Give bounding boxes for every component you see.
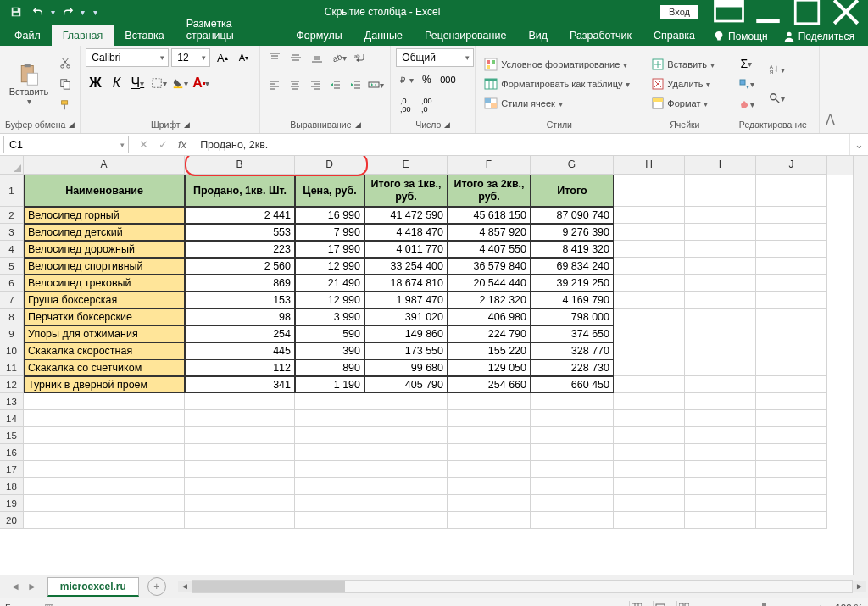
empty-cell[interactable] [531, 427, 614, 444]
row-header[interactable]: 7 [0, 292, 24, 309]
table-header[interactable]: Итого за 1кв., руб. [364, 175, 448, 207]
empty-cell[interactable] [756, 376, 827, 393]
merge-icon[interactable]: ▾ [367, 75, 385, 94]
number-format-combo[interactable]: Общий [396, 48, 474, 67]
tab-insert[interactable]: Вставка [114, 25, 175, 46]
cut-icon[interactable] [56, 53, 75, 72]
italic-button[interactable]: К [107, 74, 125, 92]
bold-button[interactable]: Ж [86, 74, 104, 92]
formula-input[interactable]: Продано, 2кв. [193, 139, 849, 151]
row-header[interactable]: 14 [0, 410, 24, 427]
cell-name[interactable]: Велосипед трековый [24, 275, 185, 292]
view-page-layout-icon[interactable] [653, 601, 668, 607]
view-normal-icon[interactable] [629, 601, 644, 607]
cell-name[interactable]: Скакалка со счетчиком [24, 359, 185, 376]
empty-cell[interactable] [756, 207, 827, 224]
empty-cell[interactable] [531, 461, 614, 478]
borders-icon[interactable]: ▾ [149, 74, 168, 92]
share-button[interactable]: Поделиться [776, 27, 861, 46]
empty-cell[interactable] [685, 359, 756, 376]
empty-cell[interactable] [756, 292, 827, 309]
empty-cell[interactable] [185, 461, 295, 478]
empty-cell[interactable] [448, 444, 531, 461]
empty-cell[interactable] [756, 241, 827, 258]
decrease-font-icon[interactable]: A▾ [234, 48, 253, 67]
empty-cell[interactable] [756, 342, 827, 359]
delete-cells-button[interactable]: Удалить▾ [648, 75, 718, 93]
vertical-scrollbar[interactable] [853, 156, 868, 575]
cell-value[interactable]: 99 680 [364, 359, 448, 376]
tab-review[interactable]: Рецензирование [414, 25, 518, 46]
row-header[interactable]: 17 [0, 461, 24, 478]
cancel-formula-icon[interactable]: ✕ [139, 138, 148, 151]
empty-cell[interactable] [448, 478, 531, 495]
empty-cell[interactable] [756, 309, 827, 325]
empty-cell[interactable] [295, 495, 364, 512]
col-header-H[interactable]: H [614, 156, 685, 175]
col-header-I[interactable]: I [685, 156, 756, 175]
cell-value[interactable]: 8 419 320 [531, 241, 614, 258]
cell-value[interactable]: 228 730 [531, 359, 614, 376]
cell-value[interactable]: 869 [185, 275, 295, 292]
minimize-icon[interactable] [749, 0, 787, 24]
qat-customize[interactable]: ▾ [93, 8, 97, 17]
cell-value[interactable]: 553 [185, 224, 295, 241]
empty-cell[interactable] [531, 444, 614, 461]
add-sheet-icon[interactable]: + [147, 577, 166, 596]
empty-cell[interactable] [614, 342, 685, 359]
row-header[interactable]: 9 [0, 325, 24, 342]
empty-cell[interactable] [614, 410, 685, 427]
empty-cell[interactable] [295, 461, 364, 478]
cell-value[interactable]: 390 [295, 342, 364, 359]
cell-name[interactable]: Турник в дверной проем [24, 376, 185, 393]
empty-cell[interactable] [364, 495, 448, 512]
row-header[interactable]: 5 [0, 258, 24, 275]
cell-value[interactable]: 374 650 [531, 325, 614, 342]
cell-value[interactable]: 9 276 390 [531, 224, 614, 241]
undo-icon[interactable] [29, 3, 47, 21]
empty-cell[interactable] [24, 410, 185, 427]
empty-cell[interactable] [24, 427, 185, 444]
table-header[interactable]: Итого за 2кв., руб. [448, 175, 531, 207]
cell-value[interactable]: 41 472 590 [364, 207, 448, 224]
view-page-break-icon[interactable] [676, 601, 692, 607]
empty-cell[interactable] [614, 393, 685, 410]
align-center-icon[interactable] [286, 75, 303, 94]
cell-value[interactable]: 890 [295, 359, 364, 376]
empty-cell[interactable] [448, 427, 531, 444]
empty-cell[interactable] [614, 175, 685, 207]
empty-cell[interactable] [614, 478, 685, 495]
empty-cell[interactable] [614, 241, 685, 258]
cell-value[interactable]: 4 169 790 [531, 292, 614, 309]
table-header[interactable]: Наименование [24, 175, 185, 207]
empty-cell[interactable] [756, 427, 827, 444]
cell-value[interactable]: 2 441 [185, 207, 295, 224]
zoom-level[interactable]: 100 % [835, 603, 863, 607]
format-table-button[interactable]: Форматировать как таблицу▾ [481, 75, 633, 93]
cell-value[interactable]: 12 990 [295, 258, 364, 275]
row-header[interactable]: 13 [0, 393, 24, 410]
font-color-icon[interactable]: A▾ [192, 74, 210, 92]
cell-value[interactable]: 391 020 [364, 309, 448, 325]
cell-value[interactable]: 660 450 [531, 376, 614, 393]
empty-cell[interactable] [185, 410, 295, 427]
currency-icon[interactable]: ₽▾ [396, 70, 415, 89]
col-header-B[interactable]: B [185, 156, 295, 175]
ribbon-display-icon[interactable] [710, 0, 748, 24]
increase-indent-icon[interactable] [347, 75, 364, 94]
align-right-icon[interactable] [306, 75, 324, 94]
row-header[interactable]: 12 [0, 376, 24, 393]
decrease-decimal-icon[interactable]: ,00,0 [417, 96, 436, 114]
empty-cell[interactable] [614, 376, 685, 393]
cell-value[interactable]: 3 990 [295, 309, 364, 325]
cell-name[interactable]: Велосипед спортивный [24, 258, 185, 275]
empty-cell[interactable] [756, 325, 827, 342]
clear-icon[interactable]: ▾ [732, 95, 760, 114]
row-header[interactable]: 1 [0, 175, 24, 207]
empty-cell[interactable] [448, 393, 531, 410]
table-header[interactable]: Продано, 1кв. Шт. [185, 175, 295, 207]
cell-name[interactable]: Перчатки боксерские [24, 309, 185, 325]
col-header-F[interactable]: F [448, 156, 531, 175]
cell-value[interactable]: 1 190 [295, 376, 364, 393]
zoom-in-icon[interactable]: + [815, 603, 827, 607]
